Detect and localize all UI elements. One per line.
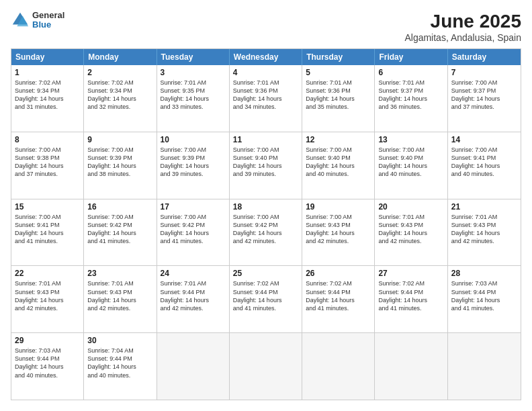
- day-number: 9: [87, 135, 152, 144]
- day-cell-16: 16Sunrise: 7:00 AMSunset: 9:42 PMDayligh…: [84, 199, 157, 266]
- cell-details: Sunrise: 7:00 AMSunset: 9:42 PMDaylight:…: [233, 213, 298, 246]
- cell-details: Sunrise: 7:00 AMSunset: 9:37 PMDaylight:…: [451, 79, 517, 111]
- day-header-wednesday: Wednesday: [230, 49, 302, 65]
- day-cell-5: 5Sunrise: 7:01 AMSunset: 9:36 PMDaylight…: [302, 65, 375, 132]
- day-number: 13: [378, 135, 443, 144]
- day-cell-15: 15Sunrise: 7:00 AMSunset: 9:41 PMDayligh…: [11, 199, 84, 266]
- day-header-friday: Friday: [375, 49, 447, 65]
- day-number: 4: [233, 68, 298, 77]
- day-cell-14: 14Sunrise: 7:00 AMSunset: 9:41 PMDayligh…: [448, 132, 521, 199]
- cell-details: Sunrise: 7:00 AMSunset: 9:40 PMDaylight:…: [233, 146, 298, 179]
- week-row-3: 15Sunrise: 7:00 AMSunset: 9:41 PMDayligh…: [11, 199, 521, 266]
- day-cell-1: 1Sunrise: 7:02 AMSunset: 9:34 PMDaylight…: [11, 65, 84, 132]
- day-cell-7: 7Sunrise: 7:00 AMSunset: 9:37 PMDaylight…: [448, 65, 521, 132]
- day-header-thursday: Thursday: [302, 49, 375, 65]
- day-number: 6: [378, 68, 443, 77]
- cell-details: Sunrise: 7:01 AMSunset: 9:36 PMDaylight:…: [233, 79, 298, 111]
- day-number: 23: [87, 269, 152, 278]
- day-number: 3: [161, 68, 226, 77]
- day-cell-28: 28Sunrise: 7:03 AMSunset: 9:44 PMDayligh…: [448, 266, 521, 332]
- cell-details: Sunrise: 7:00 AMSunset: 9:41 PMDaylight:…: [15, 213, 80, 246]
- cell-details: Sunrise: 7:02 AMSunset: 9:44 PMDaylight:…: [233, 279, 298, 312]
- week-row-1: 1Sunrise: 7:02 AMSunset: 9:34 PMDaylight…: [11, 65, 521, 132]
- day-number: 20: [378, 202, 443, 212]
- day-number: 21: [451, 202, 517, 212]
- page: General Blue June 2025 Algamitas, Andalu…: [0, 0, 532, 411]
- cell-details: Sunrise: 7:00 AMSunset: 9:43 PMDaylight:…: [306, 213, 371, 246]
- cell-details: Sunrise: 7:03 AMSunset: 9:44 PMDaylight:…: [15, 347, 80, 379]
- day-cell-30: 30Sunrise: 7:04 AMSunset: 9:44 PMDayligh…: [84, 333, 157, 400]
- cell-details: Sunrise: 7:03 AMSunset: 9:44 PMDaylight:…: [451, 279, 517, 312]
- cell-details: Sunrise: 7:04 AMSunset: 9:44 PMDaylight:…: [87, 347, 152, 379]
- day-number: 12: [306, 135, 371, 144]
- day-cell-3: 3Sunrise: 7:01 AMSunset: 9:35 PMDaylight…: [157, 65, 230, 132]
- empty-cell-4-6: [448, 333, 521, 400]
- day-number: 5: [306, 68, 371, 77]
- day-number: 1: [15, 68, 80, 77]
- logo-text: General Blue: [32, 11, 64, 30]
- day-number: 25: [233, 269, 298, 278]
- cell-details: Sunrise: 7:00 AMSunset: 9:39 PMDaylight:…: [87, 146, 152, 179]
- week-row-5: 29Sunrise: 7:03 AMSunset: 9:44 PMDayligh…: [11, 332, 521, 400]
- logo-line1: General: [32, 11, 64, 20]
- day-cell-11: 11Sunrise: 7:00 AMSunset: 9:40 PMDayligh…: [230, 132, 302, 199]
- calendar: SundayMondayTuesdayWednesdayThursdayFrid…: [11, 48, 521, 400]
- header: General Blue June 2025 Algamitas, Andalu…: [11, 11, 521, 43]
- day-cell-22: 22Sunrise: 7:01 AMSunset: 9:43 PMDayligh…: [11, 266, 84, 332]
- calendar-body: 1Sunrise: 7:02 AMSunset: 9:34 PMDaylight…: [11, 65, 521, 400]
- cell-details: Sunrise: 7:00 AMSunset: 9:40 PMDaylight:…: [306, 146, 371, 179]
- day-cell-29: 29Sunrise: 7:03 AMSunset: 9:44 PMDayligh…: [11, 333, 84, 400]
- cell-details: Sunrise: 7:01 AMSunset: 9:43 PMDaylight:…: [87, 279, 152, 312]
- day-cell-24: 24Sunrise: 7:01 AMSunset: 9:44 PMDayligh…: [157, 266, 230, 332]
- cell-details: Sunrise: 7:01 AMSunset: 9:36 PMDaylight:…: [306, 79, 371, 111]
- day-cell-25: 25Sunrise: 7:02 AMSunset: 9:44 PMDayligh…: [230, 266, 302, 332]
- day-header-tuesday: Tuesday: [157, 49, 230, 65]
- day-cell-13: 13Sunrise: 7:00 AMSunset: 9:40 PMDayligh…: [375, 132, 447, 199]
- day-number: 30: [87, 336, 152, 345]
- day-number: 10: [161, 135, 226, 144]
- day-number: 28: [451, 269, 517, 278]
- cell-details: Sunrise: 7:00 AMSunset: 9:42 PMDaylight:…: [161, 213, 226, 246]
- day-number: 11: [233, 135, 298, 144]
- logo-icon: [11, 11, 30, 30]
- day-number: 18: [233, 202, 298, 212]
- day-cell-20: 20Sunrise: 7:01 AMSunset: 9:43 PMDayligh…: [375, 199, 447, 266]
- week-row-4: 22Sunrise: 7:01 AMSunset: 9:43 PMDayligh…: [11, 265, 521, 332]
- logo: General Blue: [11, 11, 64, 30]
- cell-details: Sunrise: 7:01 AMSunset: 9:43 PMDaylight:…: [15, 279, 80, 312]
- empty-cell-4-3: [230, 333, 302, 400]
- day-number: 17: [161, 202, 226, 212]
- day-header-sunday: Sunday: [11, 49, 84, 65]
- title-block: June 2025 Algamitas, Andalusia, Spain: [404, 11, 521, 43]
- empty-cell-4-2: [157, 333, 230, 400]
- day-cell-4: 4Sunrise: 7:01 AMSunset: 9:36 PMDaylight…: [230, 65, 302, 132]
- day-header-monday: Monday: [84, 49, 157, 65]
- page-title: June 2025: [404, 11, 521, 32]
- day-number: 26: [306, 269, 371, 278]
- week-row-2: 8Sunrise: 7:00 AMSunset: 9:38 PMDaylight…: [11, 132, 521, 199]
- day-number: 14: [451, 135, 517, 144]
- cell-details: Sunrise: 7:02 AMSunset: 9:34 PMDaylight:…: [87, 79, 152, 111]
- cell-details: Sunrise: 7:01 AMSunset: 9:43 PMDaylight:…: [378, 213, 443, 246]
- day-cell-2: 2Sunrise: 7:02 AMSunset: 9:34 PMDaylight…: [84, 65, 157, 132]
- cell-details: Sunrise: 7:02 AMSunset: 9:34 PMDaylight:…: [15, 79, 80, 111]
- day-cell-12: 12Sunrise: 7:00 AMSunset: 9:40 PMDayligh…: [302, 132, 375, 199]
- day-cell-21: 21Sunrise: 7:01 AMSunset: 9:43 PMDayligh…: [448, 199, 521, 266]
- day-cell-6: 6Sunrise: 7:01 AMSunset: 9:37 PMDaylight…: [375, 65, 447, 132]
- day-cell-17: 17Sunrise: 7:00 AMSunset: 9:42 PMDayligh…: [157, 199, 230, 266]
- day-cell-10: 10Sunrise: 7:00 AMSunset: 9:39 PMDayligh…: [157, 132, 230, 199]
- cell-details: Sunrise: 7:01 AMSunset: 9:37 PMDaylight:…: [378, 79, 443, 111]
- day-cell-27: 27Sunrise: 7:02 AMSunset: 9:44 PMDayligh…: [375, 266, 447, 332]
- day-cell-8: 8Sunrise: 7:00 AMSunset: 9:38 PMDaylight…: [11, 132, 84, 199]
- day-number: 27: [378, 269, 443, 278]
- day-number: 22: [15, 269, 80, 278]
- logo-line2: Blue: [32, 20, 64, 30]
- cell-details: Sunrise: 7:00 AMSunset: 9:39 PMDaylight:…: [161, 146, 226, 179]
- day-number: 7: [451, 68, 517, 77]
- day-cell-23: 23Sunrise: 7:01 AMSunset: 9:43 PMDayligh…: [84, 266, 157, 332]
- day-number: 19: [306, 202, 371, 212]
- day-cell-9: 9Sunrise: 7:00 AMSunset: 9:39 PMDaylight…: [84, 132, 157, 199]
- cell-details: Sunrise: 7:01 AMSunset: 9:35 PMDaylight:…: [161, 79, 226, 111]
- cell-details: Sunrise: 7:02 AMSunset: 9:44 PMDaylight:…: [306, 279, 371, 312]
- day-cell-18: 18Sunrise: 7:00 AMSunset: 9:42 PMDayligh…: [230, 199, 302, 266]
